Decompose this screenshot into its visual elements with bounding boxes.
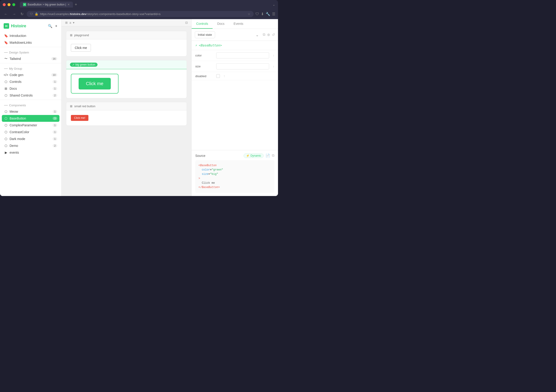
color-reset-icon[interactable]: ↑	[273, 54, 274, 57]
traffic-light-green[interactable]	[12, 3, 15, 6]
refresh-button[interactable]: ↻	[19, 11, 25, 17]
sidebar-item-introduction[interactable]: 🔖 Introduction	[0, 32, 61, 39]
sidebar-item-label: Meow	[10, 110, 18, 113]
source-file-icon[interactable]: 📄	[265, 153, 270, 158]
disabled-reset-icon[interactable]: ↑	[224, 74, 225, 78]
source-copy-icon[interactable]: ⧉	[272, 153, 274, 158]
code-line-4: >	[199, 176, 271, 181]
sidebar-divider-3	[0, 100, 61, 100]
tab-docs[interactable]: Docs	[213, 19, 229, 29]
source-icons: 📄 ⧉	[265, 153, 274, 158]
source-badge-icon: ⚡	[246, 154, 249, 157]
sidebar-item-label: events	[10, 151, 19, 154]
tailwind-count: 16	[51, 57, 57, 60]
sidebar-item-markdownlinks[interactable]: 🔖 MarkdownLinks	[0, 39, 61, 46]
meow-count: 1	[53, 110, 57, 113]
nav-actions: 🛡 ⬇ 🔧 ☰	[255, 12, 275, 16]
tab-events[interactable]: Events	[229, 19, 248, 29]
sidebar-item-meow[interactable]: ⬡ Meow 1	[0, 108, 61, 115]
address-bar[interactable]: 🛡 🔒 https://vue3.examples.histoire.dev/s…	[27, 11, 254, 17]
sidebar-item-label: Tailwind	[10, 57, 21, 60]
sidebar-item-codegen[interactable]: </> Code gen 10	[0, 71, 61, 78]
right-panel: Controls Docs Events Initial state ⧉ ⊕ ↺	[191, 19, 278, 196]
disabled-label: disabled	[195, 75, 214, 78]
source-section: Source ⚡ Dynamic 📄 ⧉ <BaseButton	[192, 150, 278, 196]
new-tab-button[interactable]: +	[75, 2, 77, 7]
code-line-3: size="big"	[199, 172, 271, 176]
sidebar-item-tailwind[interactable]: 〜 Tailwind 16	[0, 55, 61, 62]
tab-controls[interactable]: Controls	[192, 19, 213, 29]
story-section-header-small-red: ⊞ small red button	[66, 102, 187, 110]
sidebar-divider-1	[0, 47, 61, 47]
sidebar-header: H Histoire 🔍 ✦	[0, 19, 61, 31]
forward-button[interactable]: →	[11, 11, 17, 17]
back-button[interactable]: ←	[3, 11, 9, 17]
sidebar-item-basebutton[interactable]: ⬡ BaseButton 3	[2, 115, 60, 122]
bookmark-icon[interactable]: ☆	[248, 12, 250, 16]
sidebar-item-complexparameter[interactable]: ⬡ ComplexParameter 1	[0, 122, 61, 129]
story-section-body-big-green: Click me	[66, 69, 187, 98]
size-reset-icon[interactable]: ↑	[273, 65, 274, 68]
shield-nav-icon[interactable]: 🛡	[255, 12, 259, 16]
playground-click-button[interactable]: Click me	[71, 44, 91, 52]
meow-icon: ⬡	[4, 110, 8, 113]
traffic-light-yellow[interactable]	[8, 3, 10, 6]
tab-list-button[interactable]: ⌄	[272, 3, 275, 6]
size-input[interactable]	[216, 63, 269, 69]
big-green-label: big green button	[75, 63, 95, 66]
sidebar-item-label: Controls	[10, 80, 21, 83]
sidebar-item-events[interactable]: ▶ events	[0, 149, 61, 156]
browser-tab[interactable]: H BaseButton > big green button | ✕	[20, 2, 73, 8]
settings-icon[interactable]: 🔧	[266, 12, 270, 16]
reset-state-icon[interactable]: ↺	[272, 33, 275, 37]
code-open-tag: <BaseButton	[199, 164, 216, 167]
sidebar-item-darkmode[interactable]: ⬡ Dark mode 1	[0, 136, 61, 142]
copy-state-icon[interactable]: ⧉	[263, 33, 265, 37]
sidebar-item-demo[interactable]: ⬡ Demo 2	[0, 142, 61, 149]
sidebar-group-my-group: — My Group	[0, 64, 61, 71]
introduction-icon: 🔖	[4, 34, 8, 38]
browser-window: H BaseButton > big green button | ✕ + ⌄ …	[0, 0, 278, 196]
code-attr-size: size	[202, 173, 208, 176]
add-state-icon[interactable]: ⊕	[267, 33, 270, 37]
expand-icon: ⤢	[72, 63, 75, 66]
sidebar-item-docs[interactable]: ⊞ Docs 1	[0, 85, 61, 92]
big-green-button-container: Click me	[71, 74, 118, 94]
color-input[interactable]	[216, 52, 269, 59]
sidebar-item-sharedcontrols[interactable]: ⬡ Shared Controls 2	[0, 92, 61, 99]
source-dynamic-badge: ⚡ Dynamic	[244, 153, 264, 158]
url-domain: histoire.dev	[70, 12, 86, 16]
source-header-actions: ⚡ Dynamic 📄 ⧉	[244, 153, 274, 158]
panel-toolbar: Initial state ⧉ ⊕ ↺	[192, 29, 278, 41]
logo-text: Histoire	[11, 24, 26, 29]
layout-icon[interactable]: ⊡	[185, 21, 188, 24]
playground-label: playground	[74, 33, 89, 37]
sidebar-tools: 🔍 ✦	[48, 24, 58, 28]
code-close-open: >	[199, 177, 200, 180]
big-green-click-button[interactable]: Click me	[79, 78, 111, 90]
events-expand-icon: ▶	[4, 151, 8, 154]
disabled-checkbox[interactable]	[216, 74, 220, 78]
sidebar-item-controls[interactable]: ⬡ Controls 1	[0, 78, 61, 85]
code-close-tag: </BaseButton>	[199, 186, 220, 189]
sidebar-item-label: Code gen	[10, 73, 23, 77]
code-line-5: Click me	[199, 181, 271, 185]
tab-close-button[interactable]: ✕	[68, 3, 70, 6]
source-header: Source ⚡ Dynamic 📄 ⧉	[195, 153, 274, 158]
theme-button[interactable]: ✦	[55, 24, 58, 28]
state-select[interactable]: Initial state	[195, 31, 215, 38]
group-label: My Group	[9, 67, 22, 70]
search-button[interactable]: 🔍	[48, 24, 52, 28]
small-red-click-button[interactable]: Click me!	[71, 115, 88, 121]
basebutton-count: 3	[53, 117, 57, 120]
small-red-label: small red button	[74, 105, 95, 108]
code-content: Click me	[199, 181, 215, 185]
tab-favicon: H	[23, 3, 26, 6]
sidebar-item-contrastcolor[interactable]: ⬡ ContrastColor 1	[0, 129, 61, 136]
download-icon[interactable]: ⬇	[261, 12, 264, 16]
tailwind-icon: 〜	[4, 57, 8, 60]
traffic-light-red[interactable]	[3, 3, 6, 6]
menu-icon[interactable]: ☰	[272, 12, 275, 16]
docs-count: 1	[53, 87, 57, 90]
docs-icon: ⊞	[4, 87, 8, 90]
